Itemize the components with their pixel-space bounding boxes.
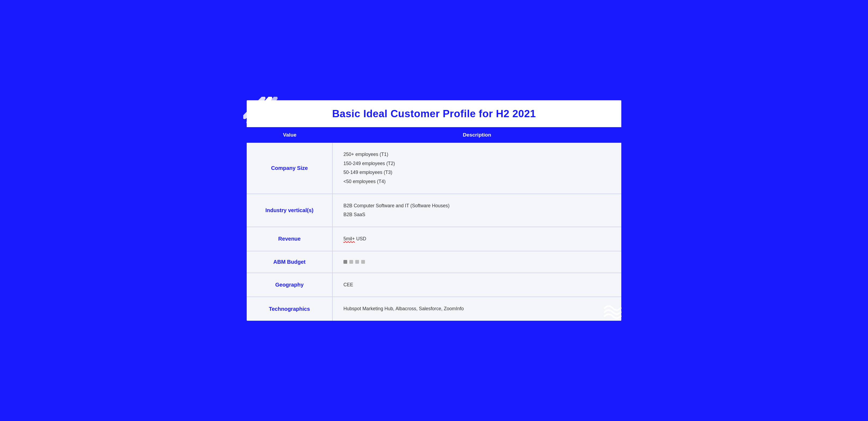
dot-3 <box>355 260 359 264</box>
dot-4 <box>361 260 365 264</box>
main-card: Basic Ideal Customer Profile for H2 2021… <box>246 99 622 322</box>
company-size-t1: 250+ employees (T1) <box>343 150 395 159</box>
technographics-label: Technographics <box>247 297 333 321</box>
table-row: ABM Budget <box>247 251 621 273</box>
geography-text: CEE <box>343 281 353 289</box>
table-body: Company Size 250+ employees (T1) 150-249… <box>247 143 621 321</box>
page-title: Basic Ideal Customer Profile for H2 2021 <box>247 100 621 127</box>
abm-dots-container <box>343 260 365 264</box>
abm-budget-label: ABM Budget <box>247 251 333 273</box>
wave-decoration-icon <box>603 303 625 319</box>
table-row: Industry vertical(s) B2B Computer Softwa… <box>247 194 621 227</box>
table-row: Technographics Hubspot Marketing Hub, Al… <box>247 297 621 321</box>
industry-verticals-value: B2B Computer Software and IT (Software H… <box>333 194 621 227</box>
revenue-label: Revenue <box>247 227 333 251</box>
table-row: Revenue 5mil+ USD <box>247 227 621 251</box>
page-container: Basic Ideal Customer Profile for H2 2021… <box>246 99 622 322</box>
industry-verticals-label: Industry vertical(s) <box>247 194 333 227</box>
table-row: Geography CEE <box>247 273 621 297</box>
technographics-text: Hubspot Marketing Hub, Albacross, Salesf… <box>343 305 464 313</box>
company-size-label: Company Size <box>247 143 333 193</box>
company-size-t3: 50-149 employees (T3) <box>343 168 395 177</box>
header-value-col: Value <box>247 127 333 143</box>
geography-value: CEE <box>333 273 621 297</box>
header-desc-col: Description <box>333 127 621 143</box>
company-size-value: 250+ employees (T1) 150-249 employees (T… <box>333 143 621 193</box>
geography-label: Geography <box>247 273 333 297</box>
revenue-amount: 5mil+ <box>343 235 355 243</box>
company-size-t2: 150-249 employees (T2) <box>343 159 395 168</box>
dot-1 <box>343 260 347 264</box>
dot-2 <box>349 260 353 264</box>
company-size-t4: <50 employees (T4) <box>343 177 395 186</box>
technographics-value: Hubspot Marketing Hub, Albacross, Salesf… <box>333 297 621 321</box>
revenue-value: 5mil+ USD <box>333 227 621 251</box>
revenue-currency: USD <box>356 235 366 243</box>
slash-decoration-icon <box>243 97 278 124</box>
table-row: Company Size 250+ employees (T1) 150-249… <box>247 143 621 194</box>
table-header: Value Description <box>247 127 621 143</box>
abm-budget-value <box>333 251 621 273</box>
industry-line-2: B2B SaaS <box>343 210 450 219</box>
industry-line-1: B2B Computer Software and IT (Software H… <box>343 202 450 210</box>
